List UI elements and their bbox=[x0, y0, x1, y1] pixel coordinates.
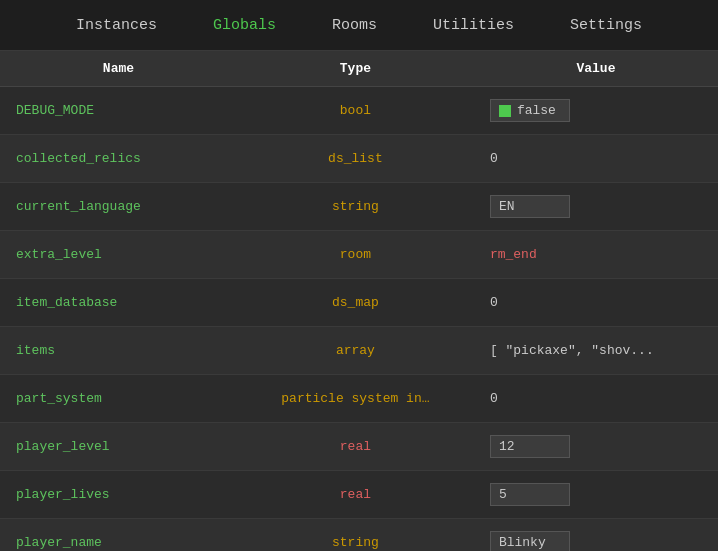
table-row[interactable]: player_levelreal12 bbox=[0, 423, 718, 471]
value-box: Blinky bbox=[490, 531, 570, 551]
cell-value: false bbox=[474, 87, 718, 135]
cell-value: rm_end bbox=[474, 231, 718, 279]
cell-value: EN bbox=[474, 183, 718, 231]
cell-type: string bbox=[237, 183, 474, 231]
table-row[interactable]: item_databaseds_map0 bbox=[0, 279, 718, 327]
cell-type: ds_map bbox=[237, 279, 474, 327]
nav-item-instances[interactable]: Instances bbox=[68, 13, 165, 38]
bool-indicator bbox=[499, 105, 511, 117]
cell-value: 5 bbox=[474, 471, 718, 519]
globals-table: Name Type Value DEBUG_MODEboolfalsecolle… bbox=[0, 51, 718, 551]
nav-item-settings[interactable]: Settings bbox=[562, 13, 650, 38]
cell-type: room bbox=[237, 231, 474, 279]
value-box: EN bbox=[490, 195, 570, 218]
table-container: Name Type Value DEBUG_MODEboolfalsecolle… bbox=[0, 51, 718, 551]
table-row[interactable]: DEBUG_MODEboolfalse bbox=[0, 87, 718, 135]
cell-value: Blinky bbox=[474, 519, 718, 552]
cell-value: 0 bbox=[474, 135, 718, 183]
cell-type: bool bbox=[237, 87, 474, 135]
table-row[interactable]: part_systemparticle system in…0 bbox=[0, 375, 718, 423]
cell-value: 12 bbox=[474, 423, 718, 471]
cell-value: 0 bbox=[474, 279, 718, 327]
nav-item-utilities[interactable]: Utilities bbox=[425, 13, 522, 38]
cell-name: extra_level bbox=[0, 231, 237, 279]
col-header-name: Name bbox=[0, 51, 237, 87]
cell-type: real bbox=[237, 471, 474, 519]
table-row[interactable]: player_livesreal5 bbox=[0, 471, 718, 519]
value-text: rm_end bbox=[490, 247, 537, 262]
cell-name: collected_relics bbox=[0, 135, 237, 183]
cell-name: part_system bbox=[0, 375, 237, 423]
cell-name: player_name bbox=[0, 519, 237, 552]
cell-type: string bbox=[237, 519, 474, 552]
cell-type: ds_list bbox=[237, 135, 474, 183]
table-row[interactable]: collected_relicsds_list0 bbox=[0, 135, 718, 183]
col-header-value: Value bbox=[474, 51, 718, 87]
cell-name: player_level bbox=[0, 423, 237, 471]
cell-name: player_lives bbox=[0, 471, 237, 519]
table-row[interactable]: current_languagestringEN bbox=[0, 183, 718, 231]
value-box: 12 bbox=[490, 435, 570, 458]
col-header-type: Type bbox=[237, 51, 474, 87]
cell-value: 0 bbox=[474, 375, 718, 423]
cell-name: current_language bbox=[0, 183, 237, 231]
cell-type: array bbox=[237, 327, 474, 375]
cell-type: particle system in… bbox=[237, 375, 474, 423]
top-nav: InstancesGlobalsRoomsUtilitiesSettings bbox=[0, 0, 718, 51]
cell-type: real bbox=[237, 423, 474, 471]
cell-value: [ "pickaxe", "shov... bbox=[474, 327, 718, 375]
table-row[interactable]: itemsarray[ "pickaxe", "shov... bbox=[0, 327, 718, 375]
nav-item-globals[interactable]: Globals bbox=[205, 13, 284, 38]
table-row[interactable]: player_namestringBlinky bbox=[0, 519, 718, 552]
cell-name: item_database bbox=[0, 279, 237, 327]
cell-name: DEBUG_MODE bbox=[0, 87, 237, 135]
nav-item-rooms[interactable]: Rooms bbox=[324, 13, 385, 38]
cell-name: items bbox=[0, 327, 237, 375]
bool-value-box: false bbox=[490, 99, 570, 122]
value-box: 5 bbox=[490, 483, 570, 506]
table-row[interactable]: extra_levelroomrm_end bbox=[0, 231, 718, 279]
